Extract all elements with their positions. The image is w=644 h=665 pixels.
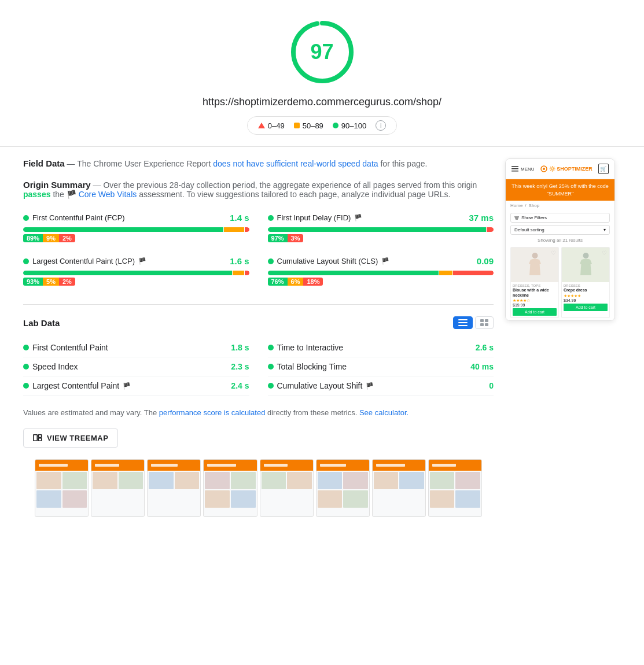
filter-btn-label: Show Filters [521,215,547,220]
product-2-image: ♡ [562,247,609,282]
svg-rect-8 [485,323,488,326]
thumb-header-2 [91,460,144,471]
origin-summary-title: Origin Summary [23,180,91,190]
metric-lcp: Largest Contentful Paint (LCP) 🏴 1.6 s 9… [23,256,249,290]
preview-banner-line2: "SUMMER" [510,190,610,198]
lab-data-title: Lab Data [23,318,60,328]
footer-notes: Values are estimated and may vary. The p… [23,407,494,419]
svg-rect-4 [458,325,468,326]
legend-low-label: 0–49 [268,121,285,130]
metric-fid-header: First Input Delay (FID) 🏴 37 ms [268,213,494,223]
red-triangle-icon [258,123,265,128]
lcp-bar-green [23,271,232,275]
cls-name: Cumulative Layout Shift (CLS) [277,257,378,265]
main-content: Field Data — The Chrome User Experience … [0,158,644,517]
fid-dot-icon [268,215,274,221]
lab-tbt-name: Total Blocking Time [277,362,347,371]
preview-menu-label: MENU [521,167,535,172]
product-2-add-to-cart-button[interactable]: Add to cart [564,304,608,311]
svg-rect-9 [34,435,38,441]
metric-fid: First Input Delay (FID) 🏴 37 ms 97% 3% [268,213,494,247]
lab-si-label-row: Speed Index [23,362,78,371]
cls-bar-orange [439,271,452,275]
sort-chevron-icon: ▾ [603,227,606,232]
product-1-category: DRESSES, TOPS [513,284,557,287]
screenshot-strip [23,459,494,517]
cls-label-orange: 6% [288,278,304,286]
treemap-button[interactable]: VIEW TREEMAP [23,428,118,448]
screenshot-thumb-2 [91,459,145,517]
fcp-bar-orange [224,227,244,232]
see-calc-link[interactable]: See calculator. [359,408,409,417]
toggle-list-button[interactable] [453,316,473,329]
fcp-dot-icon [23,215,29,221]
product-1-image: ♡ [511,247,558,282]
svg-rect-10 [38,435,42,438]
svg-rect-11 [38,438,42,441]
lcp-label-red: 2% [59,278,75,286]
metric-cls-label-row: Cumulative Layout Shift (CLS) 🏴 [268,257,390,265]
preview-product-1: ♡ DRESSES, TOPS Blouse with a wide neckl… [510,247,559,318]
perf-score-link[interactable]: performance score is calculated [159,408,266,417]
metric-fid-label-row: First Input Delay (FID) 🏴 [268,213,363,222]
svg-point-20 [532,253,538,258]
preview-filter-btn[interactable]: Show Filters [510,213,610,223]
product-2-title: Crepe dress [564,288,608,293]
info-icon[interactable]: i [376,120,386,131]
product-1-title: Blouse with a wide neckline [513,288,557,298]
origin-summary-desc: — Over the previous 28-day collection pe… [93,180,477,190]
score-value: 97 [310,40,333,64]
lab-fcp-dot [23,345,29,350]
sort-label: Default sorting [514,227,544,232]
lcp-label-green: 93% [23,278,43,286]
score-legend: 0–49 50–89 90–100 i [247,116,397,135]
lab-metrics-grid: First Contentful Paint 1.8 s Speed Index… [23,338,494,396]
lab-metrics-right: Time to Interactive 2.6 s Total Blocking… [268,338,494,396]
preview-menu: MENU [511,166,535,172]
product-1-stars: ★★★★☆ [513,298,557,303]
field-data-section: Field Data — The Chrome User Experience … [23,158,494,168]
lab-si-name: Speed Index [32,362,78,371]
lab-cls-dot [268,383,274,389]
preview-product-2: ♡ DRESSES Crepe dress ★★★★★ $34.99 Add t… [561,247,610,318]
view-toggle [453,316,494,329]
breadcrumb-home: Home [510,203,522,208]
cls-dot-icon [268,258,274,264]
core-web-vitals-link[interactable]: 🏴 Core Web Vitals [67,190,139,199]
product-1-price: $19.99 [513,303,557,307]
thumb-header-1 [35,460,88,471]
legend-mid: 50–89 [294,121,323,130]
metric-fcp-header: First Contentful Paint (FCP) 1.4 s [23,213,249,223]
field-data-desc: — The Chrome User Experience Report [67,159,214,168]
flag-inline-icon: 🏴 [67,190,76,199]
screenshot-thumb-6 [316,459,370,517]
fid-value: 37 ms [469,213,494,223]
product-1-heart-icon[interactable]: ♡ [551,250,556,256]
cls-label-red: 18% [303,278,323,286]
field-data-link[interactable]: does not have sufficient real-world spee… [213,159,378,168]
preview-products: ♡ DRESSES, TOPS Blouse with a wide neckl… [506,245,614,320]
fcp-progress-bar [23,227,249,232]
screenshot-thumb-1 [35,459,89,517]
preview-sort[interactable]: Default sorting ▾ [510,225,610,235]
metric-cls: Cumulative Layout Shift (CLS) 🏴 0.09 76%… [268,256,494,290]
fcp-label-orange: 9% [43,234,59,242]
fid-name: First Input Delay (FID) [277,213,351,222]
screenshot-thumb-4 [203,459,257,517]
origin-summary-desc2: assessment. To view suggestions tailored… [139,190,450,199]
lab-cls-flag-icon: 🏴 [366,382,374,390]
lab-tti-value: 2.6 s [476,343,494,352]
svg-rect-12 [511,166,518,167]
toggle-grid-button[interactable] [475,316,494,329]
passes-text: passes [23,190,50,199]
fcp-label-green: 89% [23,234,43,242]
metric-fcp: First Contentful Paint (FCP) 1.4 s 89% 9… [23,213,249,247]
lab-fcp-name: First Contentful Paint [32,343,108,352]
product-2-category: DRESSES [564,284,608,287]
website-preview: MENU 🔆 SHOPTIMIZER 🛒 This week only! Get… [505,158,615,321]
svg-rect-13 [511,168,518,169]
product-2-heart-icon[interactable]: ♡ [602,250,607,256]
preview-logo: 🔆 SHOPTIMIZER [540,165,593,172]
product-1-add-to-cart-button[interactable]: Add to cart [513,308,557,316]
metric-lcp-label-row: Largest Contentful Paint (LCP) 🏴 [23,257,146,265]
